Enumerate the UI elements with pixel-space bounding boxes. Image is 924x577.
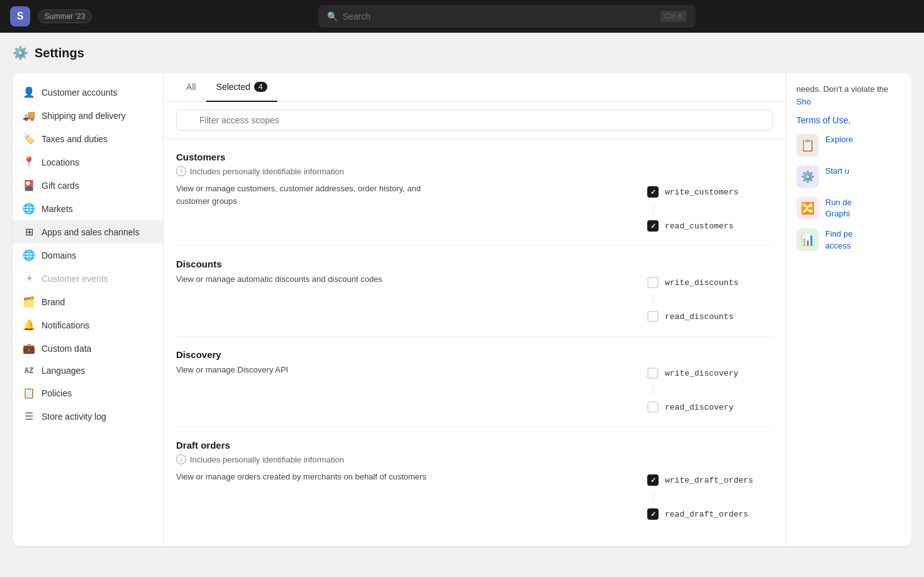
sidebar-item-locations[interactable]: 📍 Locations — [13, 150, 163, 174]
main-content: All Selected 4 🔍 Customers — [164, 73, 786, 546]
filter-input[interactable] — [176, 109, 773, 131]
draft-orders-layout: View or manage orders created by merchan… — [176, 471, 773, 524]
sidebar-item-custom-data[interactable]: 💼 Custom data — [13, 337, 163, 360]
shopify-logo: S — [10, 6, 30, 26]
checkbox-write-discounts[interactable] — [647, 277, 659, 288]
graphql-link[interactable]: Run deGraphi — [825, 197, 852, 220]
sidebar-item-brand[interactable]: 🗂️ Brand — [13, 290, 163, 313]
sidebar-label-brand: Brand — [42, 297, 65, 307]
summer-badge: Summer '23 — [38, 9, 92, 23]
customers-description: View or manage customers, customer addre… — [176, 182, 428, 207]
divider — [653, 294, 654, 305]
sidebar-label-customer-accounts: Customer accounts — [42, 87, 118, 98]
settings-header: ⚙️ Settings — [13, 45, 911, 60]
customers-desc: View or manage customers, customer addre… — [176, 182, 635, 215]
search-bar[interactable]: 🔍 Ctrl K — [318, 5, 696, 28]
scope-title-customers: Customers — [176, 152, 773, 162]
permission-write-draft-orders: write_draft_orders — [647, 471, 773, 490]
explore-icon: 📋 — [796, 134, 819, 157]
info-icon-customers: i — [176, 166, 186, 176]
discounts-layout: View or manage automatic discounts and d… — [176, 273, 773, 326]
sidebar-item-languages[interactable]: AZ Languages — [13, 360, 163, 381]
label-read-customers: read_customers — [665, 221, 733, 231]
brand-icon: 🗂️ — [23, 296, 35, 308]
explore-link[interactable]: Explore — [825, 134, 853, 145]
resource-run-graphql: 🔀 Run deGraphi — [796, 197, 901, 220]
permission-read-draft-orders: read_draft_orders — [647, 505, 773, 524]
permissions-link[interactable]: Find peaccess — [825, 228, 852, 251]
right-intro-text: needs. Don't a violate the Sho — [796, 83, 901, 108]
divider — [653, 385, 654, 395]
permission-write-customers: write_customers — [647, 182, 773, 201]
label-read-discovery: read_discovery — [665, 403, 733, 412]
selected-badge: 4 — [254, 82, 267, 92]
sidebar-item-policies[interactable]: 📋 Policies — [13, 381, 163, 405]
checkbox-read-draft-orders[interactable] — [647, 508, 659, 520]
sidebar-item-gift-cards[interactable]: 🎴 Gift cards — [13, 174, 163, 197]
startup-link[interactable]: Start u — [825, 165, 849, 177]
sidebar-label-gift-cards: Gift cards — [42, 181, 79, 191]
checkbox-read-discovery[interactable] — [647, 401, 659, 413]
scope-section-draft-orders: Draft orders i Includes personally ident… — [176, 427, 773, 534]
checkbox-write-customers[interactable] — [647, 186, 659, 198]
draft-orders-permissions: write_draft_orders read_draft_orders — [647, 471, 773, 524]
divider — [653, 204, 654, 214]
checkbox-write-discovery[interactable] — [647, 367, 659, 379]
tab-selected[interactable]: Selected 4 — [206, 73, 277, 102]
search-input[interactable] — [343, 11, 655, 21]
sidebar-item-store-activity-log[interactable]: ☰ Store activity log — [13, 405, 163, 428]
checkbox-read-discounts[interactable] — [647, 311, 659, 322]
draft-orders-description: View or manage orders created by merchan… — [176, 471, 428, 483]
settings-gear-icon: ⚙️ — [13, 45, 28, 60]
info-icon-draft-orders: i — [176, 454, 186, 464]
scope-title-discounts: Discounts — [176, 259, 773, 269]
scope-section-customers: Customers i Includes personally identifi… — [176, 139, 773, 246]
search-shortcut: Ctrl K — [660, 11, 687, 22]
shopify-link[interactable]: Sho — [796, 97, 811, 106]
sidebar-item-apps-sales-channels[interactable]: ⊞ Apps and sales channels — [13, 220, 163, 244]
permission-read-customers: read_customers — [647, 216, 773, 235]
scope-pii-customers: i Includes personally identifiable infor… — [176, 166, 773, 176]
checkbox-read-customers[interactable] — [647, 220, 659, 232]
sidebar-label-custom-data: Custom data — [42, 344, 91, 354]
discounts-description: View or manage automatic discounts and d… — [176, 273, 428, 286]
tab-all[interactable]: All — [176, 73, 206, 102]
discovery-layout: View or manage Discovery API write_disco… — [176, 364, 773, 417]
settings-layout: 👤 Customer accounts 🚚 Shipping and deliv… — [13, 73, 911, 546]
sidebar-label-apps: Apps and sales channels — [42, 227, 140, 237]
sidebar-item-customer-accounts[interactable]: 👤 Customer accounts — [13, 81, 163, 104]
scope-section-discovery: Discovery View or manage Discovery API w… — [176, 337, 773, 427]
scope-section-discounts: Discounts View or manage automatic disco… — [176, 246, 773, 337]
label-write-discovery: write_discovery — [665, 369, 738, 378]
permission-read-discovery: read_discovery — [647, 398, 773, 417]
tabs: All Selected 4 — [164, 73, 786, 102]
sidebar-label-domains: Domains — [42, 250, 76, 260]
customer-accounts-icon: 👤 — [23, 86, 35, 98]
sidebar-item-notifications[interactable]: 🔔 Notifications — [13, 313, 163, 337]
sidebar-label-taxes: Taxes and duties — [42, 134, 108, 144]
markets-icon: 🌐 — [23, 203, 35, 215]
discovery-permissions: write_discovery read_discovery — [647, 364, 773, 417]
sidebar-item-customer-events: ✦ Customer events — [13, 267, 163, 290]
sidebar-label-notifications: Notifications — [42, 320, 89, 330]
customers-permissions: write_customers read_customers — [647, 182, 773, 235]
checkbox-write-draft-orders[interactable] — [647, 474, 659, 486]
store-activity-icon: ☰ — [23, 410, 35, 422]
notifications-icon: 🔔 — [23, 319, 35, 331]
scope-title-draft-orders: Draft orders — [176, 440, 773, 451]
graphql-icon: 🔀 — [796, 197, 819, 220]
sidebar-item-markets[interactable]: 🌐 Markets — [13, 197, 163, 220]
custom-data-icon: 💼 — [23, 342, 35, 354]
sidebar-item-taxes-duties[interactable]: 🏷️ Taxes and duties — [13, 127, 163, 150]
shipping-icon: 🚚 — [23, 109, 35, 121]
languages-icon: AZ — [23, 366, 35, 375]
terms-of-use-link[interactable]: Terms of Use — [796, 115, 848, 125]
discovery-desc: View or manage Discovery API — [176, 364, 635, 384]
sidebar-item-shipping-delivery[interactable]: 🚚 Shipping and delivery — [13, 104, 163, 127]
policies-icon: 📋 — [23, 387, 35, 399]
divider — [653, 492, 654, 502]
permissions-icon: 📊 — [796, 228, 819, 251]
sidebar-label-shipping: Shipping and delivery — [42, 111, 126, 121]
sidebar-item-domains[interactable]: 🌐 Domains — [13, 244, 163, 267]
apps-icon: ⊞ — [23, 226, 35, 238]
